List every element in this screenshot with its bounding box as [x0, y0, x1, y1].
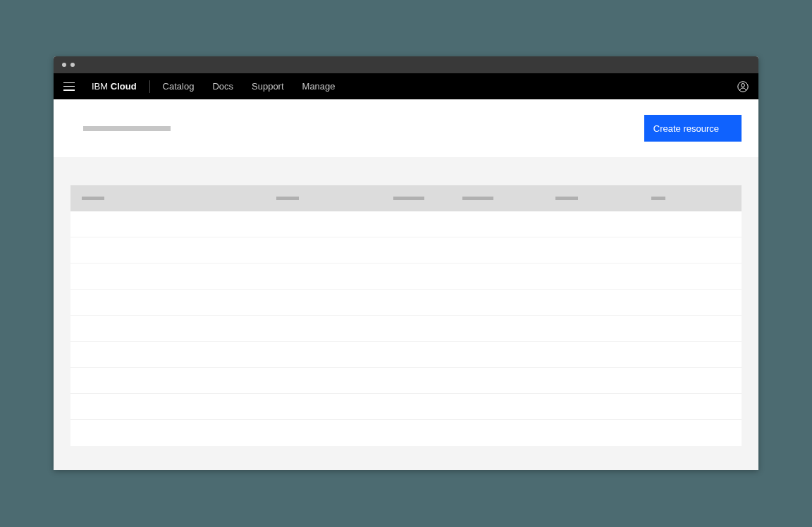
table-header-row — [70, 185, 742, 211]
table-row[interactable] — [70, 290, 742, 316]
divider — [149, 80, 150, 93]
nav-catalog[interactable]: Catalog — [163, 81, 195, 92]
page-title-skeleton — [83, 126, 171, 131]
window-dot — [70, 63, 75, 67]
page-header: Create resource — [54, 99, 758, 157]
column-header-skeleton — [393, 197, 424, 200]
top-navigation-bar: IBM Cloud Catalog Docs Support Manage — [54, 73, 758, 99]
menu-icon[interactable] — [63, 82, 75, 91]
table-row[interactable] — [70, 394, 742, 420]
nav-support[interactable]: Support — [252, 81, 284, 92]
table-row[interactable] — [70, 368, 742, 394]
resource-table — [70, 185, 742, 446]
content-area — [54, 157, 758, 470]
table-row[interactable] — [70, 237, 742, 264]
create-resource-button[interactable]: Create resource — [644, 115, 742, 142]
nav-manage[interactable]: Manage — [302, 81, 336, 92]
window-dot — [62, 63, 66, 67]
browser-chrome — [54, 56, 758, 73]
table-row[interactable] — [70, 342, 742, 368]
table-body — [70, 211, 742, 446]
brand-prefix: IBM — [92, 81, 108, 92]
browser-window: IBM Cloud Catalog Docs Support Manage Cr… — [54, 56, 758, 470]
user-avatar-icon[interactable] — [737, 81, 749, 92]
brand-logo[interactable]: IBM Cloud — [92, 81, 137, 92]
nav-docs[interactable]: Docs — [212, 81, 233, 92]
nav-links: Catalog Docs Support Manage — [163, 81, 336, 92]
column-header-skeleton — [82, 197, 104, 200]
table-row[interactable] — [70, 316, 742, 342]
column-header-skeleton — [462, 197, 493, 200]
table-row[interactable] — [70, 264, 742, 290]
column-header-skeleton — [555, 197, 578, 200]
table-row[interactable] — [70, 211, 742, 237]
svg-point-1 — [742, 83, 745, 87]
table-row[interactable] — [70, 420, 742, 446]
column-header-skeleton — [276, 197, 299, 200]
brand-suffix: Cloud — [111, 81, 137, 92]
column-header-skeleton — [651, 197, 665, 200]
